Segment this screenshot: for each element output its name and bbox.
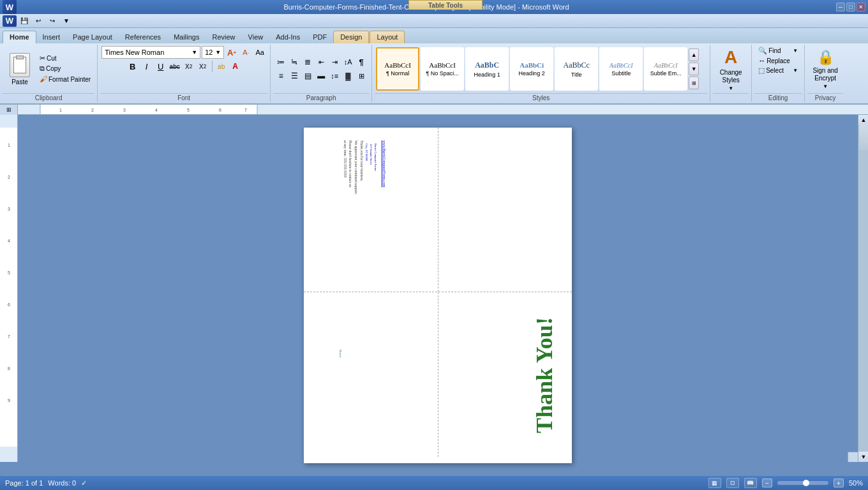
sign-encrypt-button[interactable]: 🔒 Sign andEncrypt ▼ [809,47,842,91]
multilevel-button[interactable]: ≣ [301,56,314,68]
shrink-font-button[interactable]: A- [239,46,252,59]
paragraph-group: ≔ ≒ ≣ ⇤ ⇥ ↕A ¶ ≡ ☰ ▤ ▬ ↕≡ ▓ ⊞ [271,45,372,102]
spell-check-icon[interactable]: ✓ [81,479,87,487]
style-no-spacing[interactable]: AaBbCcI ¶ No Spaci... [421,47,464,91]
tab-pdf[interactable]: PDF [306,31,333,43]
line-spacing-button[interactable]: ↕≡ [328,70,341,82]
copy-button[interactable]: ⧉ Copy [37,64,93,73]
numbering-button[interactable]: ≒ [288,56,301,68]
document-canvas[interactable]: Thank you for your business. We apprecia… [18,115,858,476]
font-group: Times New Roman ▼ 12 ▼ A+ A- Aa B I U ab… [98,45,271,102]
undo-button[interactable]: ↩ [32,15,45,27]
style-subtle[interactable]: AaBbCcI Subtle Em... [644,47,687,91]
superscript-button[interactable]: X2 [197,60,209,73]
minimize-button[interactable]: ─ [836,3,845,11]
change-styles-content: A ChangeStyles ▼ [713,45,749,92]
editing-group: 🔍 Find ▼ ↔ Replace ⬚ Select ▼ Editing [752,45,805,102]
word-menu-button[interactable]: W [3,15,17,27]
font-size-select[interactable]: 12 ▼ [202,46,224,59]
tab-insert[interactable]: Insert [36,31,67,43]
styles-scroll-down[interactable]: ▼ [689,63,699,75]
underline-button[interactable]: U [154,60,167,73]
styles-label: Styles [375,93,707,102]
zoom-plus-button[interactable]: + [834,479,844,487]
shading-button[interactable]: ▓ [341,70,354,82]
tab-view[interactable]: View [242,31,270,43]
change-case-button[interactable]: Aa [253,46,266,59]
styles-scroll-up[interactable]: ▲ [689,48,699,61]
tab-mailings[interactable]: Mailings [167,31,206,43]
scroll-down-button[interactable]: ▼ [858,452,868,462]
vertical-scrollbar[interactable]: ▲ ▼ [858,115,868,462]
grow-font-button[interactable]: A+ [225,46,238,59]
find-button[interactable]: 🔍 Find ▼ [756,46,800,56]
scroll-up-button[interactable]: ▲ [858,115,868,125]
tab-design[interactable]: Design [333,31,369,43]
increase-indent-button[interactable]: ⇥ [328,56,341,68]
style-subtitle[interactable]: AaBbCcI Subtitle [599,47,643,91]
zoom-slider[interactable] [777,481,828,485]
tab-layout[interactable]: Layout [370,31,405,43]
tab-page-layout[interactable]: Page Layout [66,31,119,43]
decrease-indent-button[interactable]: ⇤ [315,56,327,68]
paste-button[interactable]: Paste [4,50,36,88]
sign-encrypt-label: Sign andEncrypt [812,67,837,82]
show-marks-button[interactable]: ¶ [355,56,368,68]
style-normal-label: ¶ Normal [386,70,409,77]
font-name-select[interactable]: Times New Roman ▼ [101,46,200,59]
svg-text:3: 3 [8,207,10,211]
font-color-button[interactable]: A [229,60,242,73]
view-reading-button[interactable]: 📖 [744,478,757,488]
tab-add-ins[interactable]: Add-Ins [269,31,306,43]
zoom-thumb[interactable] [803,480,809,486]
redo-button[interactable]: ↪ [46,15,59,27]
tab-references[interactable]: References [119,31,167,43]
align-right-button[interactable]: ▤ [301,70,314,82]
close-button[interactable]: ✕ [857,3,865,11]
style-heading1[interactable]: AaBbC Heading 1 [465,47,509,91]
cut-button[interactable]: ✂ Cut [37,54,93,63]
border-button[interactable]: ⊞ [355,70,368,82]
subscript-button[interactable]: X2 [183,60,195,73]
ruler-corner[interactable]: ⊞ [0,105,18,115]
save-button[interactable]: 💾 [18,15,31,27]
view-normal-button[interactable]: ▦ [708,478,721,488]
format-painter-button[interactable]: 🖌 Format Painter [37,74,93,84]
styles-expand[interactable]: ⊞ [689,77,699,89]
scroll-track[interactable] [858,125,868,452]
italic-button[interactable]: I [140,60,153,73]
maximize-button[interactable]: □ [846,3,855,11]
svg-text:4: 4 [8,239,10,243]
word-logo[interactable]: W [3,0,17,14]
tab-review[interactable]: Review [206,31,241,43]
select-button[interactable]: ⬚ Select ▼ [756,66,800,75]
align-center-button[interactable]: ☰ [288,70,301,82]
font-content: Times New Roman ▼ 12 ▼ A+ A- Aa B I U ab… [100,45,267,92]
style-title[interactable]: AaBbCc Title [555,47,598,91]
customize-button[interactable]: ▼ [60,15,73,27]
sort-button[interactable]: ↕A [341,56,354,68]
justify-button[interactable]: ▬ [315,70,327,82]
style-heading1-label: Heading 1 [474,71,500,78]
clipboard-label: Clipboard [3,93,94,102]
bold-button[interactable]: B [126,60,139,73]
scroll-thumb[interactable] [859,125,868,151]
para-col1: ≔ ≒ ≣ ⇤ ⇥ ↕A ¶ ≡ ☰ ▤ ▬ ↕≡ ▓ ⊞ [274,56,368,82]
editing-content: 🔍 Find ▼ ↔ Replace ⬚ Select ▼ [754,45,802,92]
change-styles-button[interactable]: A ChangeStyles ▼ [714,47,747,91]
strikethrough-button[interactable]: abc [168,60,181,73]
align-left-button[interactable]: ≡ [274,70,287,82]
tab-home[interactable]: Home [3,31,36,43]
window-controls[interactable]: ─ □ ✕ [836,3,865,11]
page-bottom-section: Thank You! Burris [304,292,572,457]
style-heading2[interactable]: AaBbCi Heading 2 [510,47,553,91]
style-normal[interactable]: AaBbCcI ¶ Normal [376,47,419,91]
styles-group: AaBbCcI ¶ Normal AaBbCcI ¶ No Spaci... A… [372,45,710,102]
zoom-minus-button[interactable]: − [762,479,772,487]
bullets-button[interactable]: ≔ [274,56,287,68]
status-left: Page: 1 of 1 Words: 0 ✓ [5,479,87,487]
replace-button[interactable]: ↔ Replace [756,56,800,65]
view-full-screen-button[interactable]: ⊡ [726,478,739,488]
highlight-button[interactable]: ab [215,60,228,73]
change-styles-icon: A [724,47,737,68]
